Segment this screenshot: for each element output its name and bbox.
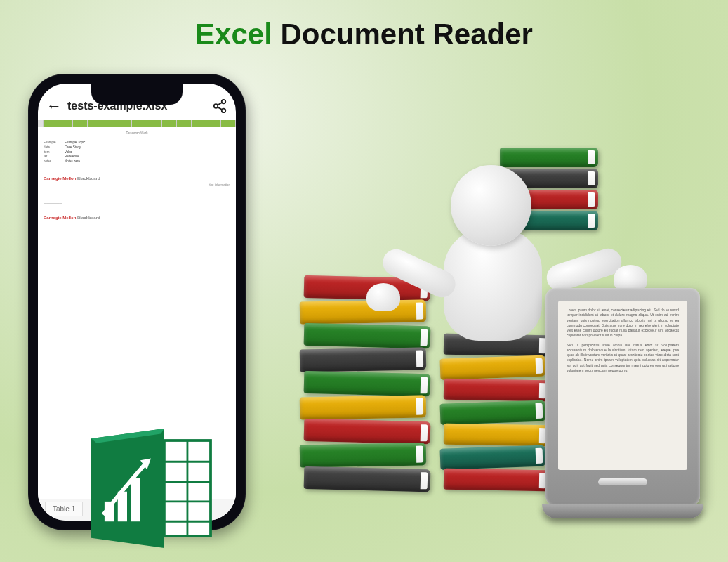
excel-app-icon xyxy=(84,429,218,548)
table-row: refReference xyxy=(44,154,230,159)
svg-marker-5 xyxy=(91,429,164,548)
ereader-screen: Lorem ipsum dolor sit amet, consectetur … xyxy=(558,301,687,470)
svg-point-2 xyxy=(222,109,226,113)
sheet-tab[interactable]: Table 1 xyxy=(45,502,83,516)
share-icon[interactable] xyxy=(212,98,227,114)
sheet-heading: Research Work xyxy=(44,131,230,136)
page-title: Excel Document Reader xyxy=(195,18,533,51)
phone-notch xyxy=(91,84,183,105)
column-headers xyxy=(38,120,236,127)
title-word-rest: Document Reader xyxy=(281,18,533,51)
brand-text-1: Carnegie Mellon Blackboard xyxy=(44,176,100,181)
back-arrow-icon[interactable]: ← xyxy=(46,97,62,115)
ereader-paragraph: Lorem ipsum dolor sit amet, consectetur … xyxy=(567,308,679,339)
ereader-home-button[interactable] xyxy=(598,478,647,485)
sheet-footer-1: the information xyxy=(44,183,230,188)
svg-line-3 xyxy=(218,103,222,105)
table-row: ExampleExample Topic xyxy=(44,140,230,145)
illustration-scene: Lorem ipsum dolor sit amet, consectetur … xyxy=(314,126,707,520)
table-row: itemValue xyxy=(44,150,230,155)
ereader-tablet: Lorem ipsum dolor sit amet, consectetur … xyxy=(545,288,700,506)
svg-point-0 xyxy=(222,100,226,104)
svg-point-1 xyxy=(214,104,218,108)
ereader-paragraph: Sed ut perspiciatis unde omnis iste natu… xyxy=(567,343,679,374)
svg-line-4 xyxy=(218,107,222,110)
table-row: dataCase Study xyxy=(44,145,230,150)
svg-rect-15 xyxy=(131,478,140,521)
brand-text-2: Carnegie Mellon Blackboard xyxy=(44,216,100,220)
table-row: notesNotes here xyxy=(44,159,230,164)
title-word-excel: Excel xyxy=(195,18,272,51)
ereader-stand xyxy=(542,504,703,518)
